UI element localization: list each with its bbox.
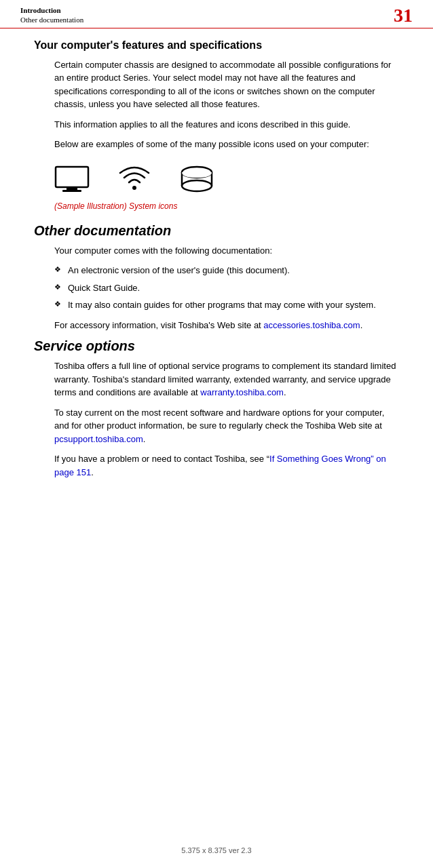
- features-para-2: This information applies to all the feat…: [54, 118, 399, 132]
- header-page-number: 31: [394, 6, 413, 25]
- features-para-1: Certain computer chassis are designed to…: [54, 58, 399, 111]
- service-para-2-before: To stay current on the most recent softw…: [54, 408, 384, 431]
- svg-rect-2: [62, 190, 81, 192]
- other-docs-heading: Other documentation: [34, 223, 399, 239]
- features-section: Your computer's features and specificati…: [34, 39, 399, 211]
- svg-point-3: [132, 186, 136, 190]
- bullet-item-3: It may also contain guides for other pro…: [54, 298, 399, 312]
- svg-rect-0: [56, 167, 88, 187]
- other-docs-section: Other documentation Your computer comes …: [34, 223, 399, 332]
- accessories-link[interactable]: accessories.toshiba.com: [263, 320, 360, 330]
- harddrive-icon: [179, 165, 214, 194]
- page-header: Introduction Other documentation 31: [0, 0, 433, 28]
- illustration-caption: (Sample Illustration) System icons: [34, 201, 399, 211]
- bullet-item-2: Quick Start Guide.: [54, 281, 399, 295]
- main-content: Your computer's features and specificati…: [0, 39, 433, 479]
- bullet-item-1: An electronic version of the user's guid…: [54, 264, 399, 277]
- service-para-3-before: If you have a problem or need to contact…: [54, 454, 269, 464]
- svg-point-7: [182, 180, 212, 191]
- other-docs-bullet-list: An electronic version of the user's guid…: [54, 264, 399, 312]
- page-footer: 5.375 x 8.375 ver 2.3: [0, 846, 433, 854]
- service-para-2: To stay current on the most recent softw…: [54, 406, 399, 446]
- accessory-text-after: .: [360, 320, 363, 330]
- pcsupport-link[interactable]: pcsupport.toshiba.com: [54, 434, 143, 444]
- screen-icon: [54, 165, 90, 194]
- service-options-heading: Service options: [34, 338, 399, 354]
- header-left: Introduction Other documentation: [20, 5, 83, 25]
- header-section: Other documentation: [20, 15, 83, 24]
- warranty-link[interactable]: warranty.toshiba.com: [200, 387, 284, 397]
- other-docs-intro: Your computer comes with the following d…: [54, 244, 399, 258]
- footer-text: 5.375 x 8.375 ver 2.3: [181, 846, 251, 854]
- service-para-1-after: .: [284, 387, 286, 397]
- features-para-3: Below are examples of some of the many p…: [54, 138, 399, 151]
- service-para-3-after: .: [91, 467, 94, 477]
- accessory-text: For accessory information, visit Toshiba…: [54, 319, 399, 332]
- system-icons-row: [54, 162, 399, 197]
- svg-rect-1: [67, 187, 77, 190]
- accessory-text-before: For accessory information, visit Toshiba…: [54, 320, 263, 330]
- service-options-body: Toshiba offers a full line of optional s…: [34, 359, 399, 479]
- header-chapter: Introduction: [20, 5, 83, 15]
- page-container: Introduction Other documentation 31 Your…: [0, 0, 433, 868]
- features-heading: Your computer's features and specificati…: [34, 39, 399, 52]
- service-para-2-after: .: [143, 434, 146, 444]
- other-docs-body: Your computer comes with the following d…: [34, 244, 399, 332]
- service-para-3: If you have a problem or need to contact…: [54, 452, 399, 479]
- features-body: Certain computer chassis are designed to…: [34, 58, 399, 151]
- service-para-1: Toshiba offers a full line of optional s…: [54, 359, 399, 399]
- wireless-icon: [117, 162, 152, 197]
- service-options-section: Service options Toshiba offers a full li…: [34, 338, 399, 479]
